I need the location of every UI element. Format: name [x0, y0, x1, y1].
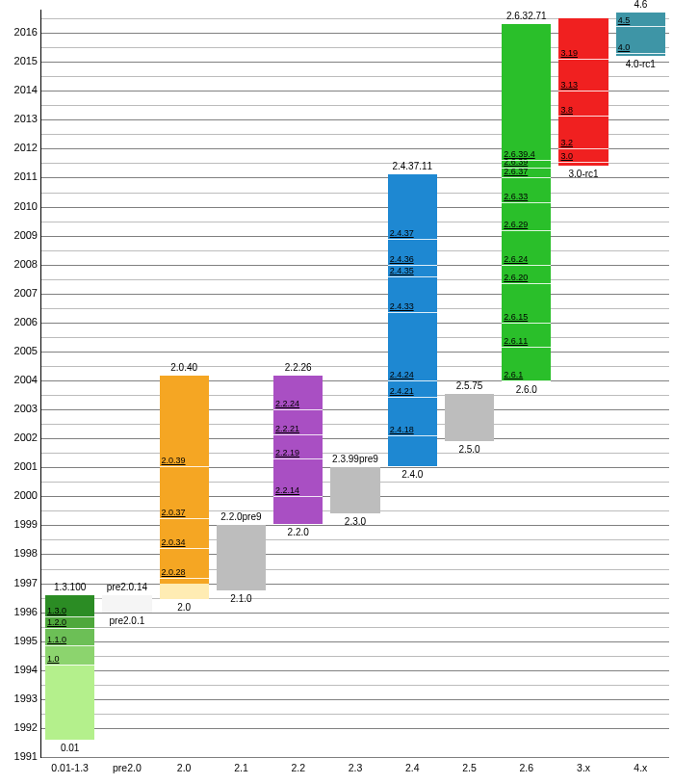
bar-bottom-label: 2.4.0	[388, 469, 437, 480]
y-tick-label: 1999	[3, 518, 38, 530]
bar-bottom-label: 2.5.0	[445, 444, 494, 455]
version-marker: 2.4.37	[388, 239, 437, 240]
version-marker: 3.8	[558, 116, 608, 117]
version-marker: 2.6.15	[502, 323, 551, 324]
version-marker-label: 2.4.21	[390, 387, 414, 396]
version-marker-label: 2.2.21	[275, 425, 299, 433]
bar-top-label: 2.2.26	[273, 362, 323, 373]
x-tick-label: 0.01-1.3	[41, 762, 98, 773]
version-marker-label: 1.0	[47, 655, 60, 664]
bar: pre2.0.14pre2.0.1	[102, 595, 151, 613]
version-marker-label: 2.6.29	[504, 221, 528, 229]
bar-top-label: 4.6	[616, 0, 665, 10]
version-marker: 3.13	[558, 91, 608, 91]
version-marker: 2.0.34	[160, 548, 209, 549]
version-marker: 1.3.0	[45, 616, 94, 617]
y-tick-label: 2011	[3, 170, 38, 182]
version-marker: 3.0	[558, 162, 608, 163]
x-tick-label: 2.3	[326, 762, 383, 773]
bar: 1.0	[45, 645, 94, 665]
version-marker-label: 2.0.28	[162, 568, 186, 577]
column-2.0: 2.02.02.0.402.0.282.0.342.0.372.0.39	[156, 10, 213, 757]
version-marker: 2.6.39	[502, 168, 551, 169]
bar-bottom-label: 2.3.0	[330, 516, 379, 527]
x-tick-label: 3.x	[555, 762, 611, 773]
version-marker: 2.6.39.4	[502, 160, 551, 161]
y-tick-label: 1995	[3, 635, 38, 646]
version-marker-label: 2.6.1	[504, 371, 523, 379]
bar: 1.2.0	[45, 616, 94, 628]
version-marker: 2.4.18	[388, 435, 437, 436]
x-tick-label: pre2.0	[98, 762, 155, 773]
x-tick-label: 2.0	[156, 762, 213, 773]
y-tick-label: 2001	[3, 460, 38, 472]
y-tick-label: 2002	[3, 431, 38, 443]
bar-bottom-label: pre2.0.1	[102, 615, 151, 626]
bar: 2.3.99pre92.3.0	[330, 467, 379, 513]
version-marker-label: 2.2.24	[275, 400, 299, 408]
version-marker: 2.6.1	[502, 380, 551, 381]
x-tick-label: 2.5	[441, 762, 498, 773]
version-marker: 4.5	[616, 26, 665, 27]
version-marker-label: 2.6.15	[504, 313, 528, 322]
version-marker: 3.2	[558, 148, 608, 149]
version-marker-label: 2.2.14	[275, 486, 299, 495]
bar: 2.5.752.5.0	[445, 394, 494, 442]
x-tick-label: 2.4	[384, 762, 441, 773]
column-0.01-1.3: 0.01-1.30.011.01.1.01.2.01.3.1001.3.0	[41, 10, 98, 757]
version-marker: 1.0	[45, 665, 94, 666]
bar-bottom-label: 2.6.0	[502, 384, 551, 395]
version-marker-label: 2.0.39	[162, 457, 186, 465]
y-tick-label: 1993	[3, 693, 38, 704]
bar-top-label: 2.6.32.71	[502, 11, 551, 21]
version-marker: 2.0.39	[160, 466, 209, 467]
version-marker-label: 2.0.37	[162, 509, 186, 517]
version-marker: 2.4.35	[388, 276, 437, 277]
bar-bottom-label: 4.0-rc1	[616, 59, 665, 69]
column-2.2: 2.22.2.262.2.02.2.142.2.192.2.212.2.24	[270, 10, 326, 757]
version-marker: 2.4.21	[388, 397, 437, 398]
version-marker: 2.6.37	[502, 177, 551, 178]
version-marker: 2.4.33	[388, 312, 437, 313]
version-marker-label: 4.0	[618, 43, 631, 52]
y-tick-label: 2004	[3, 374, 38, 385]
bar-top-label: 2.3.99pre9	[330, 454, 379, 464]
x-tick-label: 4.x	[612, 762, 669, 773]
version-marker-label: 3.13	[560, 81, 578, 90]
y-tick-label: 1994	[3, 664, 38, 675]
column-2.5: 2.52.5.752.5.0	[441, 10, 498, 757]
version-marker-label: 2.4.35	[390, 267, 414, 275]
version-marker-label: 2.0.34	[162, 538, 186, 547]
version-marker: 1.2.0	[45, 628, 94, 629]
version-marker: 1.1.0	[45, 645, 94, 646]
column-4.x: 4.x4.64.0-rc14.04.5	[612, 10, 669, 757]
version-marker-label: 3.2	[560, 139, 573, 147]
version-marker: 2.4.36	[388, 265, 437, 266]
bar-bottom-label: 2.0	[160, 602, 209, 613]
y-tick-label: 2005	[3, 345, 38, 356]
version-marker-label: 1.1.0	[47, 636, 66, 644]
x-tick-label: 2.6	[498, 762, 555, 773]
y-tick-label: 2013	[3, 113, 38, 124]
version-marker-label: 2.6.24	[504, 255, 528, 264]
bar-bottom-label: 2.2.0	[273, 527, 323, 537]
y-tick-label: 2012	[3, 142, 38, 153]
bar: 2.2.262.2.02.2.142.2.192.2.212.2.24	[273, 376, 323, 523]
version-marker: 2.0.37	[160, 518, 209, 519]
y-tick-label: 1991	[3, 750, 38, 762]
version-marker: 3.19	[558, 59, 608, 60]
x-tick-label: 2.2	[270, 762, 326, 773]
y-tick-label: 2010	[3, 200, 38, 212]
version-marker-label: 3.8	[560, 106, 573, 115]
bar: 2.4.37.112.4.02.4.182.4.212.4.242.4.332.…	[388, 174, 437, 465]
y-tick-label: 1992	[3, 721, 38, 733]
version-marker-label: 1.3.0	[47, 607, 66, 615]
bar: 3.0-rc13.03.23.83.133.19	[558, 18, 608, 166]
bar: 2.6.32.712.6.02.6.12.6.112.6.152.6.202.6…	[502, 24, 551, 381]
version-marker-label: 4.5	[618, 16, 631, 25]
version-marker-label: 2.6.39.4	[504, 150, 535, 159]
bar-bottom-label: 3.0-rc1	[558, 169, 608, 179]
y-tick-label: 2015	[3, 55, 38, 66]
bar: 1.1.0	[45, 628, 94, 645]
column-3.x: 3.x3.0-rc13.03.23.83.133.19	[555, 10, 611, 757]
